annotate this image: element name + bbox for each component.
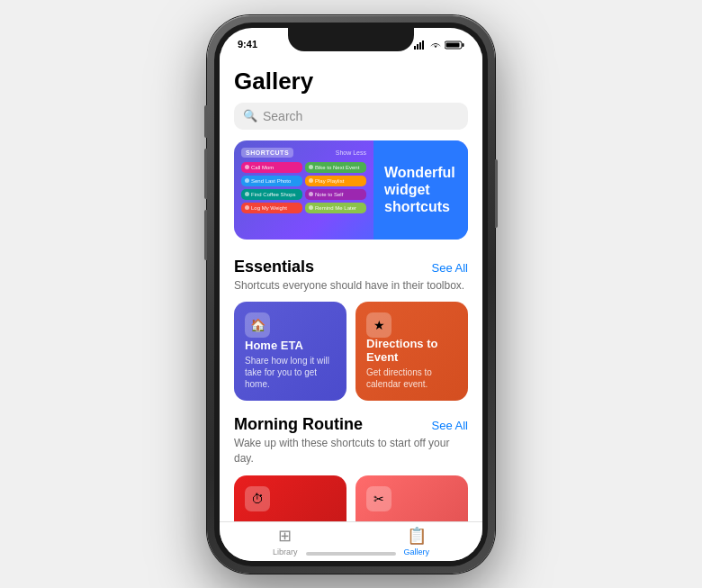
morning-see-all[interactable]: See All <box>432 419 468 432</box>
card-home-title: Home ETA <box>245 339 336 352</box>
essentials-cards: 🏠 Home ETA Share how long it will take f… <box>234 302 468 401</box>
shortcut-row-1: Call Mom Bike to Next Event <box>241 162 366 173</box>
card-home-eta[interactable]: 🏠 Home ETA Share how long it will take f… <box>234 302 346 401</box>
shortcut-bike-event[interactable]: Bike to Next Event <box>305 162 366 173</box>
shortcut-call-mom[interactable]: Call Mom <box>241 162 302 173</box>
morning-routine-section: Morning Routine See All Wake up with the… <box>220 415 482 520</box>
battery-icon <box>445 41 464 50</box>
shortcut-weight[interactable]: Log My Weight <box>241 203 302 213</box>
hero-banner[interactable]: SHORTCUTS Show Less Call Mom Bike to Nex… <box>234 140 468 240</box>
home-indicator <box>306 552 396 556</box>
page-title: Gallery <box>220 53 482 103</box>
star-icon: ★ <box>366 312 392 338</box>
essentials-title: Essentials <box>234 258 314 276</box>
search-bar[interactable]: 🔍 Search <box>234 103 468 130</box>
hero-label: SHORTCUTS <box>241 148 293 158</box>
shortcut-coffee[interactable]: Find Coffee Shops <box>241 189 302 200</box>
svg-rect-5 <box>463 43 464 47</box>
card-event-desc: Get directions to calendar event. <box>366 366 457 390</box>
signal-icon <box>414 41 427 50</box>
wifi-icon <box>430 41 441 50</box>
card-directions-event[interactable]: ★ Directions to Event Get directions to … <box>356 302 468 401</box>
library-tab-label: Library <box>273 547 298 556</box>
shortcut-remind[interactable]: Remind Me Later <box>305 203 366 213</box>
card-home-desc: Share how long it will take for you to g… <box>245 355 336 390</box>
svg-rect-3 <box>422 41 424 50</box>
card-morning-1[interactable]: ⏱ <box>234 475 346 521</box>
hero-right-panel: Wonderful widget shortcuts <box>374 140 468 240</box>
morning-subtitle: Wake up with these shortcuts to start of… <box>234 436 468 466</box>
library-tab-icon: ⊞ <box>278 526 292 546</box>
search-icon: 🔍 <box>243 109 257 122</box>
phone-device: 9:41 <box>207 15 495 574</box>
card-morning-2[interactable]: ✂ <box>356 475 468 521</box>
status-time: 9:41 <box>238 39 257 50</box>
morning-icon-1: ⏱ <box>245 486 270 511</box>
notch <box>288 28 414 51</box>
morning-header: Morning Routine See All <box>234 415 468 434</box>
shortcut-row-3: Find Coffee Shops Note to Self <box>241 189 366 200</box>
phone-screen: 9:41 <box>220 28 482 561</box>
status-icons <box>414 41 464 50</box>
svg-rect-2 <box>419 42 421 50</box>
svg-rect-6 <box>446 42 460 47</box>
morning-cards: ⏱ ✂ <box>234 475 468 521</box>
shortcut-row-4: Log My Weight Remind Me Later <box>241 203 366 213</box>
svg-rect-0 <box>414 46 416 50</box>
morning-icon-2: ✂ <box>366 486 392 511</box>
morning-title: Morning Routine <box>234 415 363 434</box>
essentials-header: Essentials See All <box>234 258 468 276</box>
search-placeholder: Search <box>263 109 302 123</box>
mute-button <box>204 105 207 138</box>
gallery-tab-label: Gallery <box>403 547 429 556</box>
shortcut-row-2: Send Last Photo Play Playlist <box>241 176 366 186</box>
power-button <box>495 159 498 228</box>
screen-content[interactable]: Gallery 🔍 Search SHORTCUTS Show Less C <box>220 53 482 521</box>
shortcut-send-photo[interactable]: Send Last Photo <box>241 176 302 186</box>
gallery-tab-icon: 📋 <box>407 526 427 546</box>
essentials-subtitle: Shortcuts everyone should have in their … <box>234 278 468 294</box>
shortcut-note[interactable]: Note to Self <box>305 189 366 200</box>
volume-up-button <box>204 149 207 199</box>
essentials-section: Essentials See All Shortcuts everyone sh… <box>220 258 482 402</box>
hero-header: SHORTCUTS Show Less <box>241 148 366 158</box>
volume-down-button <box>204 210 207 260</box>
card-event-title: Directions to Event <box>366 337 457 364</box>
essentials-see-all[interactable]: See All <box>432 261 468 275</box>
hero-text: Wonderful widget shortcuts <box>384 164 457 216</box>
svg-rect-1 <box>417 44 418 50</box>
hero-show-less[interactable]: Show Less <box>336 149 366 156</box>
hero-left-panel: SHORTCUTS Show Less Call Mom Bike to Nex… <box>234 140 374 240</box>
shortcut-playlist[interactable]: Play Playlist <box>305 176 366 186</box>
home-icon: 🏠 <box>245 312 270 338</box>
